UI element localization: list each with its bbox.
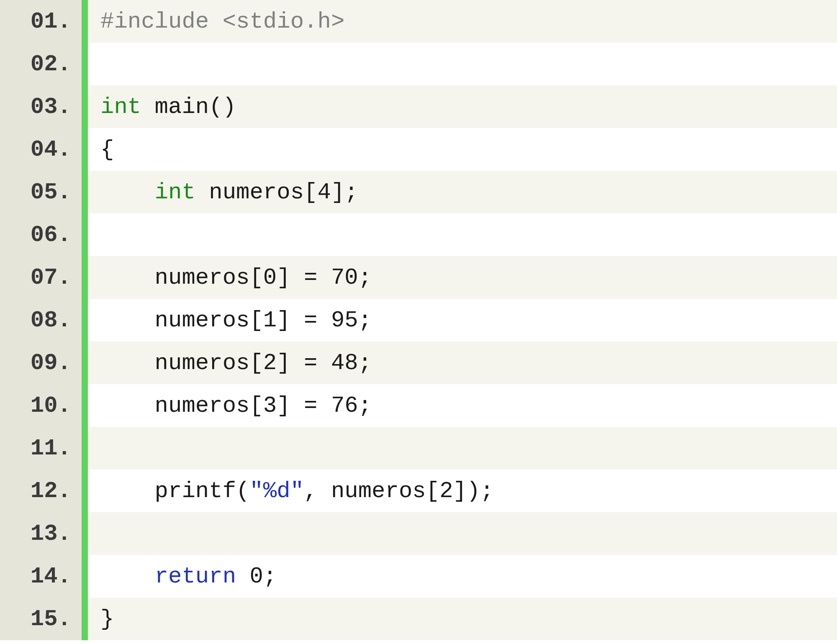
code-line[interactable]: 15.} [0, 598, 837, 640]
code-content[interactable]: { [88, 128, 114, 171]
code-content[interactable]: int numeros[4]; [88, 171, 358, 213]
change-marker [82, 341, 88, 384]
change-marker [82, 0, 88, 43]
change-marker [82, 128, 88, 171]
line-number: 13. [0, 512, 82, 555]
change-marker [82, 43, 88, 85]
code-token: numeros[3] = 76; [100, 393, 372, 418]
code-line[interactable]: 13. [0, 512, 837, 555]
code-token: "%d" [249, 478, 304, 504]
code-line[interactable]: 06. [0, 213, 837, 256]
line-number: 14. [0, 555, 82, 598]
change-marker [82, 470, 88, 512]
change-marker [82, 171, 88, 213]
line-number: 05. [0, 171, 82, 213]
code-token: printf( [100, 478, 249, 504]
code-token: 0; [236, 564, 277, 589]
change-marker [82, 256, 88, 299]
code-content[interactable]: #include <stdio.h> [88, 0, 344, 43]
line-number: 15. [0, 598, 82, 640]
line-number: 09. [0, 341, 82, 384]
line-number: 04. [0, 128, 82, 171]
code-content[interactable]: return 0; [88, 555, 277, 598]
code-content[interactable] [88, 213, 100, 256]
code-token: numeros[2] = 48; [100, 350, 372, 376]
code-line[interactable]: 10. numeros[3] = 76; [0, 384, 837, 427]
line-number: 07. [0, 256, 82, 299]
line-number: 11. [0, 427, 82, 470]
code-content[interactable]: int main() [88, 85, 236, 128]
code-line[interactable]: 03.int main() [0, 85, 837, 128]
code-line[interactable]: 09. numeros[2] = 48; [0, 341, 837, 384]
code-content[interactable] [88, 427, 100, 470]
line-number: 02. [0, 43, 82, 85]
line-number: 01. [0, 0, 82, 43]
code-token: numeros[0] = 70; [100, 265, 372, 290]
code-content[interactable]: numeros[2] = 48; [88, 341, 372, 384]
code-line[interactable]: 07. numeros[0] = 70; [0, 256, 837, 299]
code-token [100, 564, 155, 589]
code-line[interactable]: 11. [0, 427, 837, 470]
change-marker [82, 555, 88, 598]
code-token: numeros[1] = 95; [100, 308, 372, 333]
code-content[interactable] [88, 512, 100, 555]
line-number: 12. [0, 470, 82, 512]
code-token: { [100, 137, 114, 162]
code-token [100, 180, 155, 205]
line-number: 06. [0, 213, 82, 256]
code-content[interactable]: printf("%d", numeros[2]); [88, 470, 494, 512]
line-number: 10. [0, 384, 82, 427]
change-marker [82, 213, 88, 256]
code-token: , numeros[2]); [304, 478, 494, 504]
code-line[interactable]: 14. return 0; [0, 555, 837, 598]
change-marker [82, 299, 88, 341]
code-token: int [100, 94, 141, 120]
change-marker [82, 598, 88, 640]
code-content[interactable]: } [88, 598, 114, 640]
line-number: 03. [0, 85, 82, 128]
code-content[interactable]: numeros[1] = 95; [88, 299, 372, 341]
change-marker [82, 384, 88, 427]
code-editor[interactable]: 01.#include <stdio.h>02.03.int main()04.… [0, 0, 837, 644]
code-token: #include <stdio.h> [100, 9, 344, 34]
code-line[interactable]: 05. int numeros[4]; [0, 171, 837, 213]
code-line[interactable]: 02. [0, 43, 837, 85]
code-token: return [155, 564, 236, 589]
code-token: numeros[4]; [195, 180, 358, 205]
code-token: int [155, 180, 195, 205]
code-line[interactable]: 04.{ [0, 128, 837, 171]
code-content[interactable]: numeros[3] = 76; [88, 384, 372, 427]
code-content[interactable] [88, 43, 100, 85]
code-token: main() [141, 94, 236, 120]
change-marker [82, 85, 88, 128]
code-line[interactable]: 08. numeros[1] = 95; [0, 299, 837, 341]
code-line[interactable]: 01.#include <stdio.h> [0, 0, 837, 43]
code-token: } [100, 606, 114, 632]
change-marker [82, 427, 88, 470]
code-content[interactable]: numeros[0] = 70; [88, 256, 372, 299]
code-line[interactable]: 12. printf("%d", numeros[2]); [0, 470, 837, 512]
change-marker [82, 512, 88, 555]
line-number: 08. [0, 299, 82, 341]
